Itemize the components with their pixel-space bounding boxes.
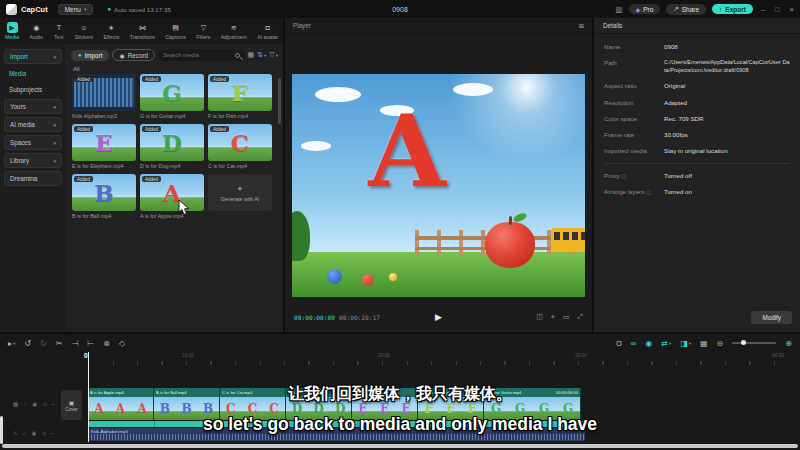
tracking-icon[interactable]: ⌖ (551, 313, 555, 321)
video-thumbnail[interactable]: Added G (140, 74, 204, 111)
video-thumbnail[interactable]: Added C (208, 124, 272, 161)
audio-thumbnail[interactable]: Added (72, 74, 136, 111)
sidebar-item-yours[interactable]: Yours ▾ (4, 99, 62, 114)
undo-icon[interactable]: ↺ (24, 339, 31, 348)
fullscreen-icon[interactable]: ⤢ (577, 313, 583, 321)
video-thumbnail[interactable]: Added F (208, 74, 272, 111)
tab-captions[interactable]: ▤ Captions (165, 22, 185, 40)
tab-filters[interactable]: ▽ Filters (196, 22, 210, 40)
menu-button[interactable]: Menu ▾ (58, 4, 94, 15)
timeline-zoom-slider[interactable] (732, 342, 776, 344)
video-viewport[interactable]: A (292, 74, 585, 297)
share-button[interactable]: ↗ Share (666, 4, 706, 15)
tab-text[interactable]: T Text (53, 22, 64, 40)
detach-player-icon[interactable]: ⊞ (579, 22, 584, 29)
cloud (301, 141, 331, 151)
tab-transitions[interactable]: ⋈ Transitions (130, 22, 155, 40)
sidebar-item-import[interactable]: Import ▾ (4, 49, 62, 64)
detail-row-name: Name 0908 (604, 43, 790, 52)
delete-icon[interactable]: ⊗ (103, 339, 110, 348)
record-button[interactable]: ◉ Record (112, 49, 155, 61)
export-button[interactable]: ↑ Export (712, 4, 753, 14)
mouse-cursor (178, 200, 190, 216)
record-icon: ◉ (119, 52, 124, 59)
video-thumbnail[interactable]: Added E (72, 124, 136, 161)
tab-label: Text (54, 34, 64, 40)
minimize-button[interactable]: – (759, 5, 767, 14)
sort-icon[interactable]: ⇅ ▾ (257, 51, 266, 59)
media-item-f-fish[interactable]: Added F F is for Fish.mp4 (208, 74, 272, 119)
sidebar-item-dreamina[interactable]: Dreamina (4, 171, 62, 186)
search-box[interactable] (158, 49, 245, 61)
video-thumbnail[interactable]: Added A (140, 174, 204, 211)
sidebar-item-label: Library (10, 157, 29, 164)
link-icon[interactable]: ∞ (631, 339, 637, 348)
zoom-slider-knob[interactable] (741, 340, 746, 345)
grid-view-icon[interactable]: ▦ (248, 51, 255, 59)
media-item-d-dog[interactable]: Added D D is for Dog.mp4 (140, 124, 204, 169)
sidebar-item-media[interactable]: Media (4, 67, 62, 80)
generate-with-ai-card[interactable]: + Generate with AI (208, 174, 272, 219)
sidebar-item-subprojects[interactable]: Subprojects (4, 83, 62, 96)
tab-stickers[interactable]: ☺ Stickers (75, 22, 93, 40)
tab-effects[interactable]: ∗ Effects (104, 22, 120, 40)
modify-button[interactable]: Modify (751, 311, 792, 324)
tab-ai-avatar[interactable]: ◘ AI avatar (257, 22, 278, 40)
keyframe-icon[interactable]: ▦ (700, 339, 708, 348)
search-input[interactable] (163, 52, 232, 58)
sidebar-item-library[interactable]: Library ▾ (4, 153, 62, 168)
redo-icon[interactable]: ↻ (40, 339, 47, 348)
tab-audio[interactable]: ◉ Audio (30, 22, 43, 40)
delete-left-icon[interactable]: ⊣ (71, 339, 78, 348)
mirror-icon[interactable]: ◇ (119, 339, 125, 348)
media-item-c-cat[interactable]: Added C C is for Cat.mp4 (208, 124, 272, 169)
media-item-g-guitar[interactable]: Added G G is for Guitar.mp4 (140, 74, 204, 119)
media-item-e-elephant[interactable]: Added E E is for Elephant.mp4 (72, 124, 136, 169)
play-button[interactable]: ▶ (435, 312, 442, 322)
filters-icon: ▽ (198, 22, 209, 33)
sidebar-item-spaces[interactable]: Spaces ▾ (4, 135, 62, 150)
ruler-label: 10:00 (182, 353, 194, 358)
close-button[interactable]: × (788, 5, 796, 14)
record-label: Record (128, 52, 148, 59)
detail-row-imported-media: Imported media Stay in original location (604, 147, 790, 156)
track-options-icon[interactable]: ◨ ▾ (680, 339, 691, 348)
zoom-out-icon[interactable]: ⊖ (717, 339, 724, 348)
select-tool-icon[interactable]: ▸ ▾ (8, 339, 15, 348)
media-scrollbar[interactable] (278, 78, 281, 124)
preview-axis-icon[interactable]: ⇄ ▾ (661, 339, 671, 348)
auto-snap-icon[interactable]: ◉ (645, 339, 652, 348)
tab-label: Audio (30, 34, 43, 40)
tab-adjustment[interactable]: ≋ Adjustment (221, 22, 247, 40)
media-item-b-ball[interactable]: Added B B is for Ball.mp4 (72, 174, 136, 219)
layout-icon[interactable]: ▥ (615, 5, 622, 14)
media-item-name: Kids Alphabet.mp3 (72, 113, 136, 119)
sidebar-item-ai-media[interactable]: AI media ▾ (4, 117, 62, 132)
maximize-button[interactable]: □ (773, 5, 782, 14)
video-thumbnail[interactable]: Added B (72, 174, 136, 211)
ratio-icon[interactable]: ▭ (563, 313, 570, 321)
filter-all-label[interactable]: All (66, 64, 283, 74)
media-icon: ▶ (7, 22, 18, 33)
zoom-in-icon[interactable]: ⊕ (785, 339, 792, 348)
added-badge: Added (74, 126, 93, 132)
pro-button[interactable]: ◆ Pro (629, 4, 661, 14)
delete-right-icon[interactable]: ⊢ (87, 339, 94, 348)
video-thumbnail[interactable]: Added D (140, 124, 204, 161)
menu-label: Menu (65, 6, 81, 13)
media-item-kids-alphabet[interactable]: Added Kids Alphabet.mp3 (72, 74, 136, 119)
info-icon: ⓘ (646, 189, 651, 195)
magnet-snap-icon[interactable]: Ω (616, 339, 622, 348)
detail-label: Proxyⓘ (604, 172, 664, 181)
filter-icon[interactable]: ▽ ▾ (269, 51, 278, 59)
split-icon[interactable]: ✂ (56, 339, 63, 348)
school-bus (551, 228, 585, 252)
horizontal-scrollbar[interactable] (2, 444, 798, 448)
media-item-a-apple[interactable]: Added A A is for Apple.mp4 (140, 174, 204, 219)
tab-media[interactable]: ▶ Media (5, 22, 19, 40)
sidebar-item-label: Media (9, 70, 26, 77)
app-name: CapCut (21, 5, 48, 14)
compare-icon[interactable]: ◫ (536, 313, 543, 321)
timeline-ruler[interactable] (88, 361, 796, 365)
import-button[interactable]: ● Import (71, 50, 109, 61)
